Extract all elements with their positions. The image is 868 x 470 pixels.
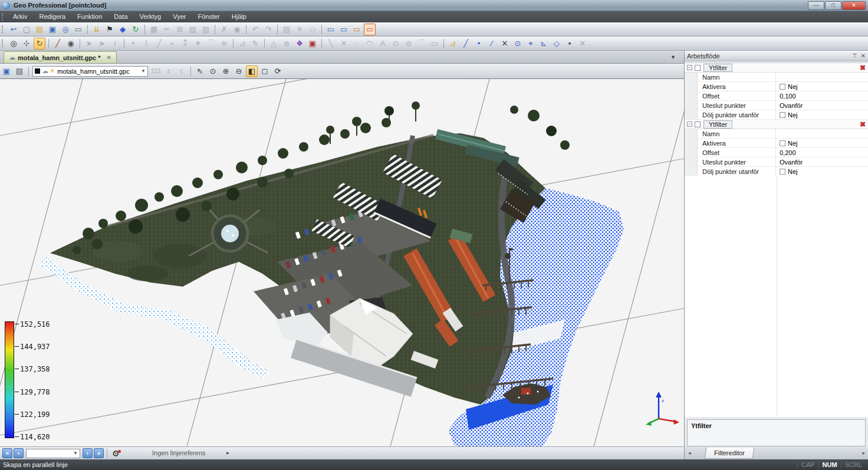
toolbar-icon[interactable]: ⌒ [205, 38, 217, 50]
toolbar-icon[interactable]: ⊿ [447, 38, 459, 50]
filter-group-label[interactable]: Ytfilter [703, 64, 732, 72]
property-row[interactable]: Namn [685, 73, 868, 82]
toolbar-icon[interactable]: ▭ [325, 24, 337, 35]
toolbar-icon[interactable]: ◇ [551, 38, 563, 50]
toolbar-icon[interactable]: ▨ [200, 24, 212, 35]
toolbar-icon[interactable]: ▢ [21, 24, 32, 35]
toolbar-icon[interactable]: ▤ [281, 24, 292, 35]
document-tab[interactable]: ☁ motala_hamn_utsnitt.gpc * ✕ [4, 51, 117, 63]
toolbar-icon[interactable]: ↻ [34, 38, 45, 50]
panel-close-icon[interactable]: ✕ [861, 52, 866, 59]
toolbar-icon[interactable]: ▭ [429, 38, 440, 50]
toolbar-icon[interactable]: A [377, 38, 389, 50]
toolbar-icon[interactable]: ∕ [486, 38, 498, 50]
toolbar-icon[interactable]: ⊾ [538, 38, 550, 50]
property-value[interactable]: Ovanför [775, 101, 868, 110]
viewport-3d[interactable]: z 152,516 144,937 137,358 129,778 122,19… [0, 79, 684, 446]
toolbar-icon[interactable]: ◆ [117, 24, 129, 35]
toolbar-icon[interactable]: ✳ [294, 24, 305, 35]
toolbar-icon[interactable]: ▣ [47, 24, 58, 35]
toolbar-icon[interactable]: ▦ [148, 24, 160, 35]
toolbar-icon[interactable]: ╱ [52, 38, 64, 50]
toolbar-icon[interactable]: ✂ [161, 24, 173, 35]
toolbar-icon[interactable]: ⊙ [207, 65, 219, 77]
toolbar-icon[interactable]: • [473, 38, 485, 50]
toolbar-icon[interactable]: • [127, 38, 139, 50]
property-value[interactable]: Nej [775, 82, 868, 91]
toolbar-icon[interactable]: ▣ [1, 65, 12, 77]
close-button[interactable]: ✕ [842, 1, 866, 10]
toolbar-icon[interactable]: ▣ [307, 38, 318, 50]
property-row[interactable]: Offset 0,200 [685, 148, 868, 157]
property-value[interactable]: Nej [775, 167, 868, 176]
strip-right-arrow-icon[interactable]: ▸ [862, 450, 865, 456]
collapse-icon[interactable]: − [687, 121, 692, 127]
tab-filtereditor[interactable]: Filtereditor [704, 448, 754, 459]
tab-overflow-icon[interactable]: ▼ [670, 54, 676, 60]
expand-arrow-icon[interactable]: ▸ [226, 449, 229, 456]
toolbar-icon[interactable]: i [109, 38, 121, 50]
toolbar-icon[interactable]: ╱ [153, 38, 165, 50]
toolbar-icon[interactable]: ⊖ [233, 65, 245, 77]
filter-group-header[interactable]: − Ytfilter ✖ [685, 120, 868, 129]
chevron-down-icon[interactable]: ▼ [141, 68, 146, 74]
toolbar-icon[interactable]: ▪ [564, 38, 576, 50]
toolbar-icon[interactable]: ⇖ [194, 65, 206, 77]
property-row[interactable]: Aktivera Nej [685, 139, 868, 148]
toolbar-icon[interactable]: ❖ [294, 38, 305, 50]
value-checkbox[interactable] [780, 112, 785, 118]
pin-icon[interactable]: ⊤ [852, 52, 857, 59]
toolbar-icon[interactable]: ⌒ [416, 38, 428, 50]
filter-group-header[interactable]: − Ytfilter ✖ [685, 63, 868, 73]
maximize-button[interactable]: □ [825, 1, 841, 10]
toolbar-icon[interactable]: ➤ [83, 38, 95, 50]
toolbar-icon[interactable]: ▭ [338, 24, 350, 35]
menu-item[interactable]: Verktyg [134, 11, 167, 22]
strip-left-arrow-icon[interactable]: ◂ [688, 450, 691, 456]
collapse-icon[interactable]: − [687, 65, 692, 70]
first-button[interactable]: « [2, 448, 12, 458]
toolbar-icon[interactable]: ⟳ [272, 65, 284, 77]
toolbar-icon[interactable]: ◧ [246, 65, 258, 77]
menu-item[interactable]: Hjälp [226, 11, 252, 22]
property-value[interactable]: Ovanför [775, 157, 868, 166]
value-checkbox[interactable] [780, 140, 785, 146]
toolbar-icon[interactable]: ◎ [60, 24, 71, 35]
toolbar-icon[interactable]: ▤ [34, 24, 45, 35]
menu-item[interactable]: Arkiv [7, 11, 33, 22]
toolbar-icon[interactable]: ⊕ [281, 38, 292, 50]
toolbar-icon[interactable]: ✶ [192, 38, 204, 50]
property-value[interactable]: Nej [775, 139, 868, 147]
toolbar-icon[interactable]: ▭ [351, 24, 363, 35]
menu-item[interactable]: Data [108, 11, 133, 22]
toolbar-icon[interactable]: ↩ [8, 24, 19, 35]
toolbar-icon[interactable]: ◉ [231, 24, 243, 35]
property-value[interactable]: 0,100 [775, 91, 868, 100]
toolbar-icon[interactable]: ✕ [577, 38, 588, 50]
toolbar-icon[interactable]: ⌖ [525, 38, 537, 50]
property-row[interactable]: Dölj punkter utanför Nej [685, 110, 868, 120]
toolbar-icon[interactable]: ⊕ [220, 65, 232, 77]
toolbar-icon[interactable]: ⚑ [104, 24, 116, 35]
toolbar-icon[interactable]: △ [268, 38, 280, 50]
toolbar-icon[interactable]: 123 [150, 65, 162, 77]
toolbar-icon[interactable]: ↷ [262, 24, 274, 35]
toolbar-icon[interactable]: ≋ [218, 38, 230, 50]
menu-item[interactable]: Fönster [192, 11, 225, 22]
menu-item[interactable]: Funktion [71, 11, 108, 22]
property-row[interactable]: Dölj punkter utanför Nej [685, 167, 868, 176]
toolbar-icon[interactable]: ✎ [249, 38, 261, 50]
toolbar-icon[interactable]: ⌇ [140, 38, 152, 50]
property-value[interactable] [775, 129, 868, 138]
toolbar-icon[interactable]: ✗ [218, 24, 230, 35]
toolbar-icon[interactable]: ⊿ [236, 38, 248, 50]
gear-icon[interactable]: ⚙ [112, 449, 120, 458]
property-row[interactable]: Uteslut punkter Ovanför [685, 157, 868, 167]
line-reference-combo[interactable]: ▼ [26, 449, 80, 458]
group-checkbox[interactable] [695, 121, 701, 127]
toolbar-icon[interactable]: c [176, 65, 188, 77]
layer-selector[interactable]: ☁ ☀ motala_hamn_utsnitt.gpc ▼ [32, 66, 148, 77]
toolbar-icon[interactable]: ⇊ [91, 24, 103, 35]
previous-button[interactable]: ‹ [14, 448, 24, 458]
property-row[interactable]: Uteslut punkter Ovanför [685, 101, 868, 110]
